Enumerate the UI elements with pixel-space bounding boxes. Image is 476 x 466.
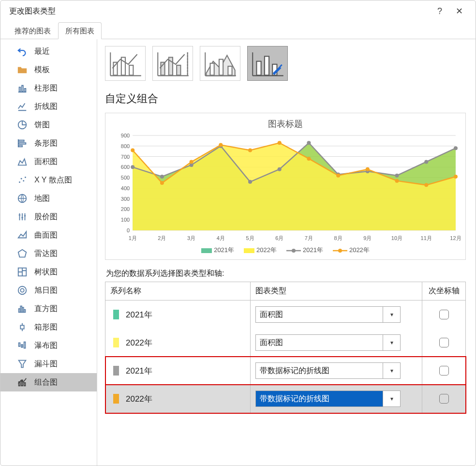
sidebar-item-column[interactable]: 柱形图 (0, 79, 97, 97)
secondary-axis-checkbox[interactable] (439, 394, 449, 404)
sidebar-item-histogram[interactable]: 直方图 (0, 300, 97, 318)
svg-point-9 (23, 180, 24, 181)
secondary-axis-checkbox[interactable] (439, 338, 449, 347)
chevron-down-icon[interactable]: ▾ (383, 391, 400, 406)
sidebar-item-sunburst[interactable]: 旭日图 (0, 281, 97, 300)
sidebar-item-label: 股价图 (34, 212, 58, 222)
chart-type-combo[interactable]: 带数据标记的折线图▾ (255, 362, 401, 379)
svg-text:12月: 12月 (450, 235, 461, 241)
combo-subtype-1[interactable] (105, 46, 146, 81)
svg-rect-20 (20, 325, 24, 329)
legend-item: 2021年 (286, 246, 323, 255)
chevron-down-icon[interactable]: ▾ (383, 363, 400, 378)
svg-point-81 (424, 160, 428, 164)
svg-point-89 (307, 157, 311, 161)
chevron-down-icon[interactable]: ▾ (383, 307, 400, 322)
svg-point-77 (307, 141, 311, 145)
series-swatch (113, 394, 119, 404)
sidebar-item-label: 模板 (34, 65, 50, 75)
sidebar-item-funnel[interactable]: 漏斗图 (0, 355, 97, 373)
sidebar-item-map[interactable]: 地图 (0, 189, 97, 208)
line-chart-icon (17, 101, 28, 112)
svg-point-72 (160, 175, 164, 179)
sidebar-item-label: 箱形图 (34, 322, 58, 332)
chart-type-combo[interactable]: 面积图▾ (255, 306, 401, 323)
folder-icon (17, 64, 28, 75)
combo-subtype-custom[interactable] (247, 46, 288, 81)
svg-rect-33 (210, 63, 214, 75)
svg-point-88 (278, 141, 282, 145)
sidebar-item-boxplot[interactable]: 箱形图 (0, 318, 97, 336)
svg-point-85 (190, 160, 193, 164)
legend-item: 2021年 (201, 246, 234, 255)
chevron-down-icon[interactable]: ▾ (383, 335, 400, 350)
svg-rect-1 (22, 86, 23, 92)
sidebar-item-label: 雷达图 (34, 249, 58, 259)
sidebar-item-area[interactable]: 面积图 (0, 152, 97, 171)
sidebar-item-treemap[interactable]: 树状图 (0, 263, 97, 281)
sidebar-item-templates[interactable]: 模板 (0, 60, 97, 79)
series-table: 系列名称 图表类型 次坐标轴 2021年 面积图▾ 2022年 面积图▾ 202 (105, 282, 466, 413)
svg-point-90 (336, 174, 340, 178)
series-table-caption: 为您的数据系列选择图表类型和轴: (106, 269, 466, 279)
svg-point-94 (454, 175, 458, 179)
sidebar-item-line[interactable]: 折线图 (0, 97, 97, 116)
svg-rect-29 (129, 65, 133, 75)
svg-rect-21 (19, 343, 20, 346)
sidebar-item-combo[interactable]: 组合图 (0, 373, 97, 391)
sidebar-item-recent[interactable]: 最近 (0, 42, 97, 60)
series-row: 2021年 带数据标记的折线图▾ (105, 357, 466, 385)
sidebar-item-stock[interactable]: 股价图 (0, 208, 97, 226)
combo-subtype-2[interactable] (152, 46, 193, 81)
scatter-chart-icon (17, 175, 28, 185)
dialog-titlebar: 更改图表类型 ? ✕ (0, 0, 476, 22)
tab-all[interactable]: 所有图表 (58, 22, 102, 39)
svg-text:100: 100 (121, 217, 130, 223)
legend-item: 2022年 (244, 246, 277, 255)
sidebar-item-surface[interactable]: 曲面图 (0, 226, 97, 244)
secondary-axis-checkbox[interactable] (439, 366, 449, 376)
svg-text:300: 300 (121, 196, 130, 202)
help-button[interactable]: ? (430, 6, 449, 16)
combo-subtype-row (105, 46, 466, 81)
main-pane: 自定义组合 图表标题 01002003004005006007008009001… (97, 39, 476, 466)
svg-point-98 (338, 249, 342, 253)
tab-recommended[interactable]: 推荐的图表 (7, 22, 58, 39)
close-button[interactable]: ✕ (449, 6, 469, 16)
chart-plot-area: 01002003004005006007008009001月2月3月4月5月6月… (110, 133, 461, 244)
secondary-axis-checkbox[interactable] (439, 310, 449, 319)
combo-subtype-3[interactable] (200, 46, 240, 81)
undo-icon (17, 46, 28, 57)
sidebar-item-radar[interactable]: 雷达图 (0, 244, 97, 263)
svg-rect-34 (219, 60, 223, 75)
svg-rect-23 (24, 342, 26, 348)
series-name: 2021年 (126, 309, 152, 320)
chart-type-combo[interactable]: 带数据标记的折线图▾ (255, 391, 401, 407)
bar-chart-icon (17, 138, 28, 149)
svg-point-82 (454, 146, 458, 150)
svg-rect-37 (265, 57, 269, 75)
pie-chart-icon (17, 120, 28, 130)
funnel-icon (17, 359, 28, 369)
svg-text:600: 600 (121, 164, 130, 170)
chart-type-combo[interactable]: 面积图▾ (255, 334, 401, 351)
histogram-icon (17, 303, 28, 314)
chart-legend: 2021年 2022年 2021年 2022年 (110, 246, 461, 255)
waterfall-icon (17, 340, 28, 351)
sidebar-item-pie[interactable]: 饼图 (0, 116, 97, 134)
svg-point-87 (248, 148, 252, 152)
svg-text:7月: 7月 (305, 235, 313, 241)
svg-rect-35 (228, 66, 232, 75)
sidebar-item-bar[interactable]: 条形图 (0, 134, 97, 152)
sidebar-item-label: 面积图 (34, 157, 58, 167)
sidebar-item-waterfall[interactable]: 瀑布图 (0, 336, 97, 355)
svg-point-84 (160, 181, 164, 185)
svg-text:200: 200 (121, 206, 130, 212)
area-chart-icon (17, 156, 28, 167)
section-title: 自定义组合 (105, 91, 466, 106)
sidebar-item-scatter[interactable]: X Y 散点图 (0, 171, 97, 189)
series-swatch (113, 366, 119, 376)
chart-title: 图表标题 (110, 118, 461, 130)
series-swatch (113, 338, 119, 347)
dialog-body: 最近 模板 柱形图 折线图 饼图 条形图 面积图 X Y 散点图 (0, 39, 476, 466)
